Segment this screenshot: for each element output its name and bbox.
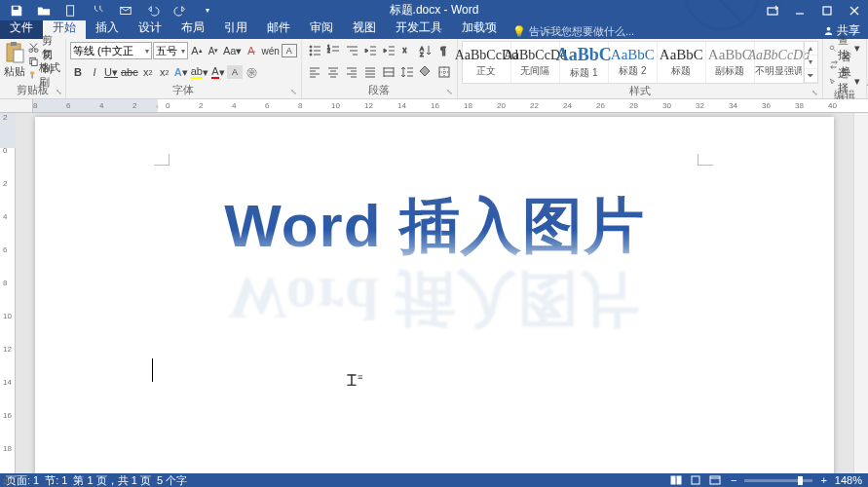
underline-button[interactable]: U▾	[103, 63, 119, 81]
save-icon[interactable]	[4, 0, 29, 20]
tab-design[interactable]: 设计	[129, 18, 171, 39]
status-words[interactable]: 5 个字	[157, 473, 187, 488]
tab-review[interactable]: 审阅	[300, 18, 343, 39]
font-size-combo[interactable]: 五号▾	[153, 42, 188, 59]
align-right-button[interactable]	[343, 63, 360, 81]
distributed-button[interactable]	[380, 63, 397, 81]
justify-button[interactable]	[361, 63, 379, 81]
font-dialog-launcher[interactable]: ⤡	[289, 88, 299, 97]
change-case-button[interactable]: Aa▾	[222, 42, 243, 59]
gallery-down-button[interactable]: ▾	[805, 56, 817, 69]
tab-mailings[interactable]: 邮件	[257, 18, 300, 39]
clear-formatting-button[interactable]: A̶	[244, 42, 259, 59]
ribbon-options-icon[interactable]	[759, 0, 786, 20]
line-spacing-button[interactable]	[398, 63, 416, 81]
italic-button[interactable]: I	[87, 63, 102, 81]
mouse-ibeam-icon: Ꮖ≡	[347, 372, 362, 390]
bold-button[interactable]: B	[70, 63, 86, 81]
style-heading2[interactable]: AaBbC标题 2	[609, 42, 658, 83]
tab-addins[interactable]: 加载项	[452, 18, 507, 39]
quick-print-icon[interactable]	[86, 0, 111, 20]
char-shading-button[interactable]: A	[227, 65, 243, 79]
close-button[interactable]	[841, 0, 868, 20]
font-name-combo[interactable]: 等线 (中文正▾	[70, 42, 152, 59]
text-cursor	[152, 358, 153, 382]
zoom-level[interactable]: 148%	[835, 474, 862, 486]
ribbon-tabs: 文件 开始 插入 设计 布局 引用 邮件 审阅 视图 开发工具 加载项 💡告诉我…	[0, 20, 868, 39]
multilevel-list-button[interactable]	[343, 42, 360, 59]
read-mode-button[interactable]	[668, 474, 684, 486]
paragraph-dialog-launcher[interactable]: ⤡	[445, 88, 455, 97]
gallery-more-button[interactable]: ⏷	[805, 69, 817, 83]
zoom-in-button[interactable]: +	[816, 474, 830, 486]
highlight-button[interactable]: ab▾	[190, 63, 209, 81]
zoom-out-button[interactable]: −	[727, 474, 740, 486]
vertical-scrollbar[interactable]	[853, 113, 868, 473]
open-icon[interactable]	[31, 0, 57, 20]
align-left-button[interactable]	[306, 63, 323, 81]
paste-button[interactable]: 粘贴	[4, 41, 25, 83]
undo-icon[interactable]	[140, 0, 166, 20]
grow-font-button[interactable]: A▴	[189, 42, 205, 59]
superscript-button[interactable]: x2	[157, 63, 172, 81]
tab-insert[interactable]: 插入	[86, 18, 129, 39]
svg-rect-18	[31, 74, 32, 78]
zoom-slider[interactable]	[744, 479, 812, 482]
web-layout-button[interactable]	[707, 474, 723, 486]
char-border-button[interactable]: A	[282, 44, 297, 57]
indent-marker[interactable]: ◦	[156, 102, 159, 111]
svg-text:☓: ☓	[402, 46, 407, 56]
font-color-button[interactable]: A▾	[210, 63, 226, 81]
clipboard-dialog-launcher[interactable]: ⤡	[54, 88, 63, 97]
decrease-indent-button[interactable]	[361, 42, 379, 59]
strikethrough-button[interactable]: abc	[120, 63, 139, 81]
redo-icon[interactable]	[168, 0, 193, 20]
borders-button[interactable]	[435, 63, 453, 81]
bullets-button[interactable]	[306, 42, 323, 59]
gallery-up-button[interactable]: ▴	[805, 42, 817, 56]
asian-layout-button[interactable]: ☓	[398, 42, 416, 59]
align-center-button[interactable]	[324, 63, 342, 81]
maximize-button[interactable]	[813, 0, 841, 20]
tab-file[interactable]: 文件	[0, 18, 43, 39]
shrink-font-button[interactable]: A▾	[206, 42, 221, 59]
numbering-button[interactable]: 12	[324, 42, 342, 59]
qat-customize-icon[interactable]: ▾	[195, 0, 220, 20]
style-title[interactable]: AaBbC标题	[658, 42, 706, 83]
document-heading[interactable]: Word 插入图片	[224, 185, 645, 267]
status-pages[interactable]: 第 1 页，共 1 页	[73, 473, 150, 488]
subscript-button[interactable]: x2	[140, 63, 156, 81]
sort-button[interactable]: AZ	[417, 42, 434, 59]
enclose-char-button[interactable]: ㊪	[244, 63, 259, 81]
page[interactable]: Word 插入图片 Word 插入图片 Ꮖ≡	[35, 117, 834, 473]
document-canvas[interactable]: Word 插入图片 Word 插入图片 Ꮖ≡	[16, 113, 853, 473]
format-painter-button[interactable]: 格式刷	[28, 68, 61, 82]
tab-view[interactable]: 视图	[343, 18, 386, 39]
styles-gallery: AaBbCcDd正文 AaBbCcDd无间隔 AaBbC标题 1 AaBbC标题…	[462, 41, 818, 84]
shading-button[interactable]	[417, 63, 434, 81]
phonetic-guide-button[interactable]: wén	[260, 42, 280, 59]
style-heading1[interactable]: AaBbC标题 1	[560, 42, 609, 83]
select-button[interactable]: 选择 ▾	[827, 74, 862, 88]
increase-indent-button[interactable]	[380, 42, 397, 59]
status-section[interactable]: 节: 1	[45, 473, 67, 488]
style-subtle-emphasis[interactable]: AaBbCcDd不明显强调	[755, 42, 804, 83]
tab-references[interactable]: 引用	[214, 18, 257, 39]
text-effects-button[interactable]: A▾	[173, 63, 189, 81]
email-icon[interactable]	[113, 0, 138, 20]
minimize-button[interactable]	[786, 0, 813, 20]
horizontal-ruler[interactable]: ◦ 86420246810121416182022242628303234363…	[0, 99, 868, 113]
tab-developer[interactable]: 开发工具	[386, 18, 452, 39]
title-bar: ▾ 标题.docx - Word	[0, 0, 868, 20]
style-no-spacing[interactable]: AaBbCcDd无间隔	[511, 42, 560, 83]
svg-text:Z: Z	[420, 52, 424, 57]
tell-me-input[interactable]: 💡告诉我您想要做什么...	[512, 24, 634, 39]
show-marks-button[interactable]: ¶	[435, 42, 453, 59]
vertical-ruler[interactable]: 202468101214161820	[0, 113, 16, 473]
styles-dialog-launcher[interactable]: ⤡	[811, 89, 820, 98]
svg-rect-71	[692, 476, 699, 484]
tab-layout[interactable]: 布局	[171, 18, 214, 39]
svg-rect-11	[11, 42, 17, 46]
new-icon[interactable]	[58, 0, 84, 20]
print-layout-button[interactable]	[688, 474, 703, 486]
